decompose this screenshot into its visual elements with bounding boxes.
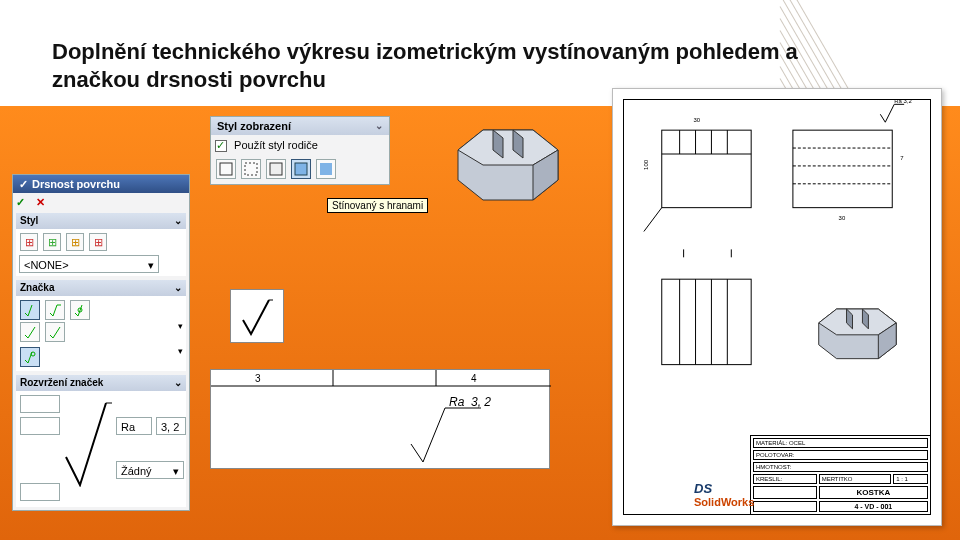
style-select[interactable]: <NONE> ▾ (19, 255, 159, 273)
dropdown-icon: ▾ (173, 462, 179, 480)
collapse-icon[interactable]: ⌄ (174, 375, 182, 391)
sym-allround[interactable] (20, 347, 40, 367)
style-label: Styl (20, 213, 38, 229)
style-opt-3[interactable]: ⊞ (66, 233, 84, 251)
field-direction[interactable]: Žádný ▾ (116, 461, 184, 479)
svg-rect-25 (793, 130, 892, 207)
field-mid-left[interactable] (20, 417, 60, 435)
layout-roughness-icon (62, 399, 114, 487)
surface-roughness-title: Drsnost povrchu (32, 175, 120, 193)
tb-material: MATERIÁL: OCEL (753, 438, 928, 448)
svg-text:Ra 3,2: Ra 3,2 (894, 100, 912, 104)
display-style-panel: Styl zobrazení ⌄ Použít styl rodiče (210, 116, 390, 185)
field-ra-val[interactable]: 3, 2 (156, 417, 186, 435)
hidden-visible-button[interactable] (241, 159, 261, 179)
tb-part-name: KOSTKA (819, 486, 928, 499)
solidworks-logo: DS SolidWorks (694, 481, 754, 508)
title-block: MATERIÁL: OCEL POLOTOVAR: HMOTNOST: KRES… (750, 435, 930, 514)
tooltip-text: Stínovaný s hranami (332, 200, 423, 211)
svg-rect-3 (295, 163, 307, 175)
tb-scale-label: MERTITKO (819, 474, 892, 484)
direction-value: Žádný (121, 465, 152, 477)
svg-rect-33 (662, 279, 751, 364)
dim-30: 30 (694, 117, 701, 123)
drawing-frame: Ra 3,2 30 100 7 30 (623, 99, 931, 515)
style-value: <NONE> (24, 259, 69, 271)
collapse-icon[interactable]: ⌄ (174, 213, 182, 229)
surface-roughness-header: ✓ Drsnost povrchu (13, 175, 189, 193)
axis-a: 3 (255, 373, 261, 384)
tb-mass: HMOTNOST: (753, 462, 928, 472)
surface-roughness-panel: ✓ Drsnost povrchu ✓ ✕ Styl ⌄ ⊞ ⊞ ⊞ ⊞ <NO… (12, 174, 190, 511)
svg-rect-18 (662, 130, 751, 207)
sym-machined[interactable] (45, 300, 65, 320)
svg-rect-0 (220, 163, 232, 175)
sym-basic[interactable] (20, 300, 40, 320)
tb-part-number: 4 - VD - 001 (819, 501, 928, 512)
svg-text:30: 30 (839, 215, 846, 221)
dropdown-icon[interactable]: ▾ (178, 321, 183, 331)
roughness-symbol-icon (239, 296, 275, 336)
isometric-preview (438, 110, 578, 220)
ra-detail-label: Ra 3, 2 (449, 395, 491, 409)
sym-var2[interactable] (45, 322, 65, 342)
tb-stock: POLOTOVAR: (753, 450, 928, 460)
symbol-label: Značka (20, 280, 54, 296)
svg-rect-4 (320, 163, 332, 175)
parent-style-label: Použít styl rodiče (234, 139, 318, 151)
collapse-icon[interactable]: ⌄ (375, 117, 383, 135)
field-bottom[interactable] (20, 483, 60, 501)
symbol-section-header: Značka ⌄ (16, 280, 186, 296)
page-title: Doplnění technického výkresu izometrický… (52, 38, 832, 93)
ds-logo-text: DS (694, 481, 712, 496)
hidden-removed-button[interactable] (266, 159, 286, 179)
shaded-edges-button[interactable] (291, 159, 311, 179)
wireframe-button[interactable] (216, 159, 236, 179)
shaded-edges-tooltip: Stínovaný s hranami (327, 198, 428, 213)
drawing-sheet: Ra 3,2 30 100 7 30 (612, 88, 942, 526)
svg-text:7: 7 (900, 155, 904, 161)
parent-style-row[interactable]: Použít styl rodiče (215, 139, 385, 152)
field-top-left[interactable] (20, 395, 60, 413)
style-opt-2[interactable]: ⊞ (43, 233, 61, 251)
svg-rect-1 (245, 163, 257, 175)
parent-style-checkbox[interactable] (215, 140, 227, 152)
roughness-icon: ✓ (19, 175, 28, 193)
detail-drawing-excerpt: 3 4 Ra 3, 2 (210, 369, 550, 469)
style-section-header: Styl ⌄ (16, 213, 186, 229)
svg-text:100: 100 (643, 159, 649, 170)
style-opt-4[interactable]: ⊞ (89, 233, 107, 251)
sym-prohibited[interactable] (70, 300, 90, 320)
sw-logo-text: SolidWorks (694, 496, 754, 508)
dropdown-icon[interactable]: ▾ (178, 346, 183, 356)
style-opt-1[interactable]: ⊞ (20, 233, 38, 251)
field-ra[interactable]: Ra (116, 417, 152, 435)
display-style-title: Styl zobrazení (217, 117, 291, 135)
roughness-symbol-preview (230, 289, 284, 343)
layout-label: Rozvržení značek (20, 375, 103, 391)
collapse-icon[interactable]: ⌄ (174, 280, 182, 296)
display-mode-toolbar (215, 158, 385, 180)
axis-b: 4 (471, 373, 477, 384)
cancel-button[interactable]: ✕ (36, 196, 45, 208)
svg-rect-2 (270, 163, 282, 175)
display-style-header: Styl zobrazení ⌄ (211, 117, 389, 135)
sym-var1[interactable] (20, 322, 40, 342)
tb-scale-value: 1 : 1 (893, 474, 928, 484)
shaded-button[interactable] (316, 159, 336, 179)
layout-section-header: Rozvržení značek ⌄ (16, 375, 186, 391)
ok-button[interactable]: ✓ (16, 196, 25, 208)
tb-drawn: KRESLIL: (753, 474, 817, 484)
dropdown-icon: ▾ (148, 256, 154, 274)
